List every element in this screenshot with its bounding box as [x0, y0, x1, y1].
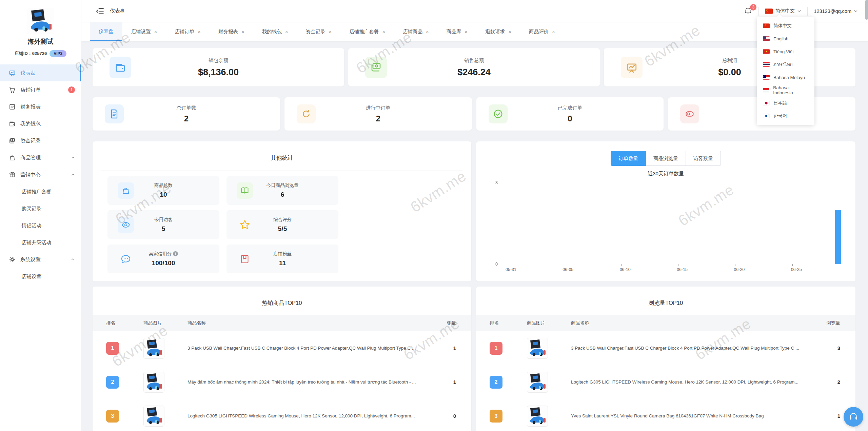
info-icon[interactable]: i — [173, 251, 178, 256]
table-row[interactable]: 3 Logitech G305 LIGHTSPEED Wireless Gami… — [93, 399, 471, 431]
user-menu[interactable]: 123123@qq.com — [814, 8, 858, 14]
close-icon[interactable]: × — [198, 29, 201, 35]
sidebar-item-upgrade-activity[interactable]: 店铺升级活动 — [0, 234, 81, 251]
sidebar-item-label: 购买记录 — [22, 205, 41, 212]
table-row[interactable]: 1 3 Pack USB Wall Charger,Fast USB C Cha… — [93, 331, 471, 365]
sidebar-item-product-management[interactable]: 商品管理 — [0, 149, 81, 166]
x-axis-tick — [564, 264, 564, 266]
sidebar-collapse-icon[interactable] — [96, 7, 104, 16]
tab-store-settings[interactable]: 店铺设置× — [122, 22, 166, 41]
sidebar-item-purchase-history[interactable]: 购买记录 — [0, 200, 81, 217]
tab-promo-packages[interactable]: 店铺推广套餐× — [340, 22, 394, 41]
close-icon[interactable]: × — [426, 29, 429, 35]
sidebar: 海外测试 店铺ID：625726 VIP3 仪表盘 店铺订单 1 财务报表 — [0, 0, 81, 431]
store-logo — [24, 7, 58, 35]
mini-value: 6 — [226, 191, 338, 198]
page-title: 仪表盘 — [110, 8, 125, 14]
tab-label: 店铺设置 — [131, 28, 151, 35]
chevron-down-icon — [854, 9, 858, 13]
chart-tab-visitors[interactable]: 访客数量 — [686, 151, 721, 166]
tab-store-orders[interactable]: 店铺订单× — [166, 22, 210, 41]
store-name: 海外测试 — [0, 37, 81, 46]
table-row[interactable]: 1 3 Pack USB Wall Charger,Fast USB C Cha… — [476, 331, 855, 365]
sidebar-item-dashboard[interactable]: 仪表盘 — [0, 64, 81, 81]
stat-label: 销售总额 — [348, 57, 600, 64]
close-icon[interactable]: × — [465, 29, 468, 35]
mini-value: 5 — [107, 225, 219, 233]
language-option-en[interactable]: English — [757, 32, 814, 45]
product-name: 3 Pack USB Wall Charger,Fast USB C Charg… — [571, 346, 816, 351]
stat-value: 2 — [284, 114, 472, 123]
chart-tab-group: 订单数量 商品浏览量 访客数量 — [476, 151, 855, 166]
sidebar-item-orders[interactable]: 店铺订单 1 — [0, 81, 81, 98]
table-row[interactable]: 2 Logitech G305 LIGHTSPEED Wireless Gami… — [476, 365, 855, 399]
open-tabs-bar: 仪表盘 店铺设置× 店铺订单× 财务报表× 我的钱包× 资金记录× 店铺推广套餐… — [81, 22, 868, 41]
tab-dashboard[interactable]: 仪表盘 — [90, 22, 122, 41]
store-id: 店铺ID：625726 — [15, 51, 47, 57]
language-option-label: English — [773, 36, 788, 41]
sidebar-item-marketing-center[interactable]: 营销中心 — [0, 166, 81, 183]
header-divider — [758, 7, 759, 16]
rank-badge: 1 — [106, 342, 119, 355]
mini-stat-store-followers: 店铺粉丝 11 — [226, 244, 338, 273]
tab-label: 财务报表 — [218, 28, 238, 35]
sidebar-item-fund-records[interactable]: 资金记录 — [0, 132, 81, 149]
tab-store-products[interactable]: 店铺商品× — [394, 22, 438, 41]
language-option-label: 简体中文 — [773, 23, 792, 29]
language-option-ms[interactable]: Bahasa Melayu — [757, 71, 814, 84]
close-icon[interactable]: × — [241, 29, 244, 35]
x-axis-tick — [678, 264, 678, 266]
tab-fund-records[interactable]: 资金记录× — [297, 22, 341, 41]
language-option-id[interactable]: Bahasa Indonesia — [757, 84, 814, 97]
money-record-icon — [9, 137, 16, 144]
sidebar-item-label: 店铺设置 — [22, 273, 41, 280]
report-icon — [9, 103, 16, 110]
sidebar-item-couple-activity[interactable]: 情侣活动 — [0, 217, 81, 234]
table-row[interactable]: 3 Yves Saint Laurent YSL Vinyle Round Ca… — [476, 399, 855, 431]
customer-service-button[interactable] — [844, 407, 863, 427]
tab-my-wallet[interactable]: 我的钱包× — [253, 22, 297, 41]
sidebar-item-store-settings[interactable]: 店铺设置 — [0, 268, 81, 285]
y-axis-label: 0 — [495, 262, 498, 267]
language-option-ko[interactable]: 한국어 — [757, 110, 814, 122]
product-image — [527, 338, 548, 359]
mini-label: 商品总数 — [107, 182, 219, 189]
sidebar-item-finance-report[interactable]: 财务报表 — [0, 98, 81, 115]
chevron-up-icon — [71, 257, 75, 261]
chart-tab-product-views[interactable]: 商品浏览量 — [646, 151, 686, 166]
close-icon[interactable]: × — [154, 29, 157, 35]
tab-finance-report[interactable]: 财务报表× — [210, 22, 253, 41]
tab-refund-requests[interactable]: 退款请求× — [476, 22, 520, 41]
cart-icon — [9, 86, 16, 93]
table-row[interactable]: 2 Máy đấm bốc âm nhạc thông minh 2024: T… — [93, 365, 471, 399]
mini-stat-today-visitors: 今日访客 5 — [107, 210, 219, 239]
sidebar-item-wallet[interactable]: 我的钱包 — [0, 115, 81, 132]
sidebar-item-system-settings[interactable]: 系统设置 — [0, 251, 81, 268]
id-flag-icon — [763, 88, 769, 93]
mini-value: 11 — [226, 259, 338, 267]
language-option-ja[interactable]: 日本語 — [757, 97, 814, 110]
close-icon[interactable]: × — [508, 29, 511, 35]
close-icon[interactable]: × — [382, 29, 385, 35]
language-option-th[interactable]: ภาษาไทย — [757, 58, 814, 71]
language-selector[interactable]: 简体中文 — [765, 8, 801, 14]
close-icon[interactable]: × — [285, 29, 288, 35]
stat-card-total-sales: 销售总额 $246.24 — [348, 48, 600, 86]
close-icon[interactable]: × — [329, 29, 332, 35]
language-option-vi[interactable]: Tiếng Việt — [757, 45, 814, 58]
product-name: Máy đấm bốc âm nhạc thông minh 2024: Thi… — [188, 379, 432, 385]
tab-product-library[interactable]: 商品库× — [438, 22, 476, 41]
sidebar-item-promo-packages[interactable]: 店铺推广套餐 — [0, 183, 81, 200]
tab-product-reviews[interactable]: 商品评价× — [520, 22, 564, 41]
chart-tab-orders[interactable]: 订单数量 — [611, 151, 646, 166]
language-option-zh[interactable]: 简体中文 — [757, 19, 814, 32]
language-label: 简体中文 — [775, 8, 795, 14]
jp-flag-icon — [763, 101, 770, 105]
chevron-down-icon — [71, 156, 75, 160]
col-value: 浏览量 — [816, 320, 840, 326]
notification-bell-icon[interactable]: 3 — [744, 7, 752, 16]
close-icon[interactable]: × — [552, 29, 555, 35]
scrollbar-thumb[interactable] — [865, 0, 868, 20]
language-option-label: Tiếng Việt — [773, 49, 794, 54]
mini-label: 综合评分 — [226, 217, 338, 223]
